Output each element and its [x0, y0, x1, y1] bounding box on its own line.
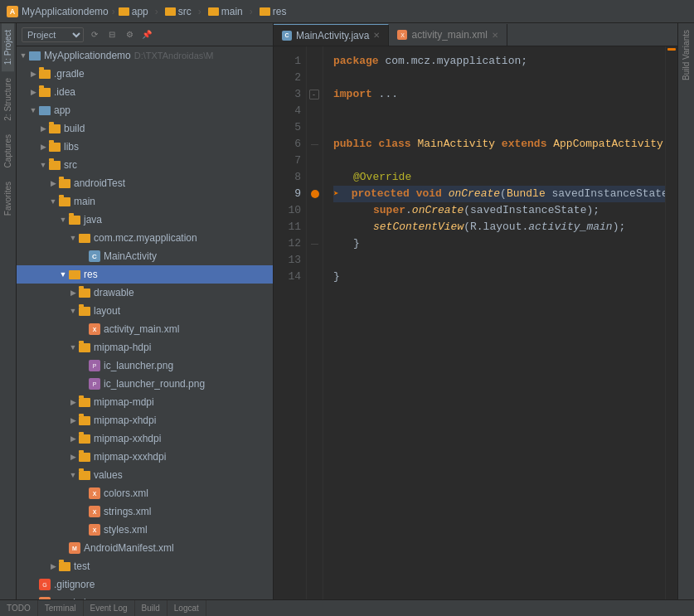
tree-item-java[interactable]: ▼ java — [17, 211, 273, 229]
tree-item-layout[interactable]: ▼ layout — [17, 302, 273, 320]
code-line-7 — [333, 153, 665, 169]
folder-icon — [78, 286, 91, 299]
folder-icon — [260, 7, 270, 16]
fold-marker[interactable]: — — [311, 240, 318, 248]
line-num: 11 — [274, 219, 301, 235]
file-tree[interactable]: ▼ MyApplicationdemo D:\TXTAndroidas\M ▶ … — [17, 46, 273, 599]
sidebar-tab-build-variants[interactable]: Build Variants — [680, 23, 692, 87]
tree-item-gitignore[interactable]: ▶ G .gitignore — [17, 575, 273, 594]
gutter-line-9[interactable] — [307, 186, 323, 202]
code-content[interactable]: package com.mcz.myapplication; import ..… — [323, 46, 665, 599]
sidebar-tab-project[interactable]: 1: Project — [2, 23, 14, 71]
tree-item-libs[interactable]: ▶ libs — [17, 138, 273, 156]
expand-arrow: ▼ — [28, 106, 38, 114]
tree-item-mipmap-xhdpi[interactable]: ▶ mipmap-xhdpi — [17, 411, 273, 429]
bottom-tab-terminal[interactable]: Terminal — [38, 600, 84, 616]
tree-item-activity-main-xml[interactable]: ▶ X activity_main.xml — [17, 320, 273, 338]
tree-item-drawable[interactable]: ▶ drawable — [17, 284, 273, 302]
tab-label: MainActivity.java — [296, 30, 369, 41]
tree-item-values[interactable]: ▼ values — [17, 466, 273, 484]
sidebar-tab-structure[interactable]: 2: Structure — [2, 71, 14, 128]
expand-arrow: ▶ — [68, 289, 78, 297]
tree-item-test[interactable]: ▶ test — [17, 557, 273, 575]
fold-marker[interactable]: — — [311, 140, 318, 148]
pin-btn[interactable]: 📌 — [139, 27, 154, 42]
gutter-line-8 — [307, 169, 323, 186]
manifest-icon: M — [68, 541, 81, 555]
tree-item-androidtest[interactable]: ▶ androidTest — [17, 174, 273, 192]
folder-icon — [78, 395, 91, 409]
bottom-tab-logcat[interactable]: Logcat — [167, 600, 206, 616]
tree-item-mipmap-xxxhdpi[interactable]: ▶ mipmap-xxxhdpi — [17, 448, 273, 466]
folder-icon — [78, 432, 91, 445]
expand-arrow: ▼ — [68, 307, 78, 315]
gutter-line-3[interactable]: - — [307, 86, 323, 103]
panel-view-selector[interactable]: Project Android Packages — [22, 27, 84, 42]
folder-icon — [48, 158, 61, 172]
tree-item-root[interactable]: ▼ MyApplicationdemo D:\TXTAndroidas\M — [17, 46, 273, 65]
code-line-8: @Override — [333, 169, 665, 186]
expand-arrow: ▶ — [28, 70, 38, 78]
tree-item-res[interactable]: ▼ res — [17, 265, 273, 284]
breadcrumb-main: main — [208, 6, 243, 17]
panel-header: Project Android Packages ⟳ ⊟ ⚙ 📌 — [17, 23, 273, 46]
java-class-icon: C — [88, 250, 101, 263]
tree-item-styles-xml[interactable]: ▶ X styles.xml — [17, 521, 273, 539]
tree-item-ic-launcher[interactable]: ▶ P ic_launcher.png — [17, 357, 273, 375]
line-numbers: 1 2 3 4 5 6 7 8 9 10 11 12 13 14 — [274, 46, 307, 599]
tree-item-mipmap-hdpi[interactable]: ▼ mipmap-hdpi — [17, 338, 273, 357]
tree-item-idea[interactable]: ▶ .idea — [17, 83, 273, 101]
tree-label: styles.xml — [104, 524, 148, 536]
sync-btn[interactable]: ⟳ — [87, 27, 102, 42]
tree-item-app-iml[interactable]: ▶ I app.iml — [17, 594, 273, 599]
sidebar-tab-favorites[interactable]: Favorites — [2, 175, 14, 222]
tab-mainactivity-java[interactable]: C MainActivity.java ✕ — [274, 24, 389, 46]
gutter-line-2 — [307, 70, 323, 86]
line-num: 14 — [274, 269, 301, 285]
tree-item-ic-launcher-round[interactable]: ▶ P ic_launcher_round.png — [17, 375, 273, 393]
folder-icon — [58, 177, 71, 190]
bottom-tab-todo[interactable]: TODO — [0, 600, 38, 616]
line-num: 3 — [274, 86, 301, 103]
gutter-line-10 — [307, 202, 323, 219]
tree-item-androidmanifest[interactable]: ▶ M AndroidManifest.xml — [17, 539, 273, 557]
xml-icon: X — [88, 323, 101, 336]
tree-item-src[interactable]: ▼ src — [17, 156, 273, 174]
bottom-tab-event-log[interactable]: Event Log — [84, 600, 135, 616]
tree-item-strings-xml[interactable]: ▶ X strings.xml — [17, 502, 273, 521]
tree-item-colors-xml[interactable]: ▶ X colors.xml — [17, 484, 273, 502]
tree-label: mipmap-xxhdpi — [94, 433, 161, 444]
line-num: 6 — [274, 136, 301, 153]
fold-icon[interactable]: - — [309, 90, 319, 99]
tree-item-app[interactable]: ▼ app — [17, 101, 273, 119]
code-line-10: super.onCreate(savedInstanceState); — [333, 202, 665, 219]
sidebar-tab-captures[interactable]: Captures — [2, 128, 14, 175]
expand-arrow: ▶ — [28, 88, 38, 96]
tree-item-mainactivity[interactable]: ▶ C MainActivity — [17, 247, 273, 265]
tree-item-pkg[interactable]: ▼ com.mcz.myapplication — [17, 229, 273, 247]
line-num: 8 — [274, 169, 301, 186]
tab-close-btn[interactable]: ✕ — [492, 31, 498, 40]
error-marker — [667, 48, 676, 51]
tree-item-build[interactable]: ▶ build — [17, 119, 273, 138]
collapse-btn[interactable]: ⊟ — [104, 27, 119, 42]
tree-item-gradle-folder[interactable]: ▶ .gradle — [17, 65, 273, 83]
bottom-tab-build[interactable]: Build — [135, 600, 167, 616]
tab-close-btn[interactable]: ✕ — [373, 31, 380, 40]
tab-activity-main-xml[interactable]: X activity_main.xml ✕ — [389, 24, 507, 46]
tree-item-mipmap-xxhdpi[interactable]: ▶ mipmap-xxhdpi — [17, 429, 273, 448]
gutter-line-6[interactable]: — — [307, 136, 323, 153]
editor-area: C MainActivity.java ✕ X activity_main.xm… — [274, 23, 677, 599]
png-icon: P — [88, 359, 101, 372]
tree-label: colors.xml — [104, 487, 148, 499]
gutter-line-12[interactable]: — — [307, 235, 323, 252]
tree-item-main[interactable]: ▼ main — [17, 192, 273, 211]
line-num: 7 — [274, 153, 301, 169]
tree-label: src — [64, 159, 77, 171]
expand-arrow: ▼ — [68, 471, 78, 479]
tree-label: mipmap-xhdpi — [94, 415, 156, 426]
settings-btn[interactable]: ⚙ — [122, 27, 137, 42]
breakpoint-indicator[interactable] — [311, 190, 319, 198]
line-num: 5 — [274, 119, 301, 136]
tree-item-mipmap-mdpi[interactable]: ▶ mipmap-mdpi — [17, 393, 273, 411]
